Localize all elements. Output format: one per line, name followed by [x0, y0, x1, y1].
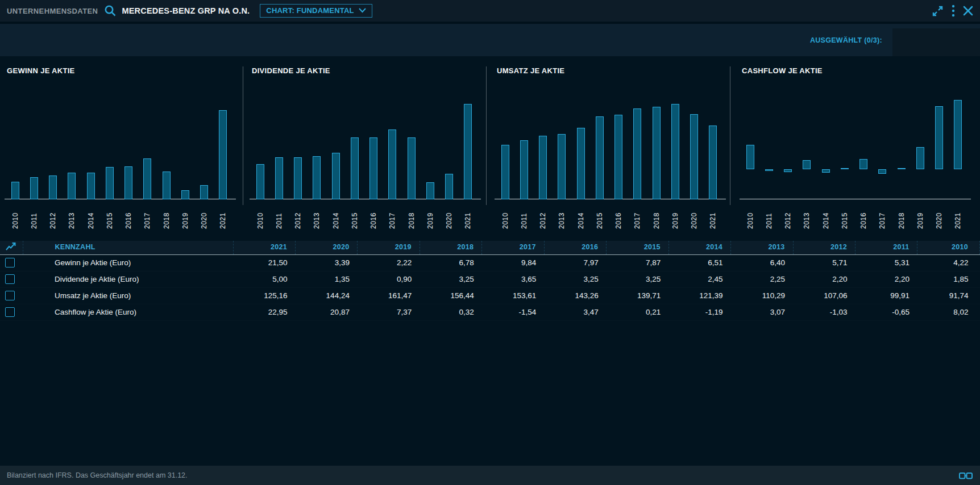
chart-bar	[30, 177, 38, 199]
year-column-header[interactable]: 2013	[731, 241, 793, 254]
metric-value: 161,47	[358, 287, 420, 304]
metric-value: -1,03	[793, 304, 855, 320]
year-column-header[interactable]: 2020	[295, 241, 357, 254]
footer-bar: Bilanziert nach IFRS. Das Geschäftsjahr …	[0, 466, 980, 485]
chart-title: CASHFLOW JE AKTIE	[742, 66, 823, 75]
table-row: Dividende je Aktie (Euro)5,001,350,903,2…	[0, 271, 980, 287]
chart-bar	[954, 100, 962, 169]
expand-button[interactable]	[932, 5, 944, 17]
empty-area	[0, 321, 980, 466]
metric-value: 2,22	[358, 254, 420, 271]
chart-x-tick: 2010	[256, 204, 264, 229]
year-column-header[interactable]: 2017	[482, 241, 544, 254]
year-column-header[interactable]: 2021	[233, 241, 295, 254]
chart-xlabels: 2010201120122013201420152016201720182019…	[735, 199, 980, 233]
metric-value: 99,91	[856, 287, 917, 304]
chart-bar	[671, 104, 679, 199]
top-bar-actions	[932, 5, 973, 17]
year-column-header[interactable]: 2018	[420, 241, 481, 254]
chart-bar	[163, 172, 171, 199]
selection-slot	[892, 28, 980, 56]
chart-x-tick: 2015	[596, 204, 604, 229]
row-checkbox[interactable]	[5, 307, 15, 317]
metric-value: 3,39	[295, 254, 357, 271]
chart-x-tick: 2016	[369, 204, 377, 229]
metric-value: 156,44	[420, 287, 481, 304]
metric-value: 7,97	[544, 254, 606, 271]
close-button[interactable]	[963, 6, 973, 16]
chart-toggle-header[interactable]	[0, 241, 23, 254]
chart-plot	[735, 77, 980, 199]
panel-divider	[730, 66, 730, 205]
chart-x-tick: 2015	[351, 204, 359, 229]
chart-xlabels: 2010201120122013201420152016201720182019…	[490, 199, 735, 233]
chart-xlabels: 2010201120122013201420152016201720182019…	[0, 199, 245, 233]
chart-x-tick: 2012	[784, 204, 792, 229]
panel-divider	[243, 66, 243, 205]
unternehmensdaten-widget: UNTERNEHMENSDATEN MERCEDES-BENZ GRP NA O…	[0, 0, 980, 485]
metric-value: 5,71	[793, 254, 855, 271]
chart-plot	[490, 77, 735, 199]
metric-value: 144,24	[295, 287, 357, 304]
row-checkbox[interactable]	[5, 258, 15, 267]
chart-x-tick: 2016	[124, 204, 132, 229]
more-menu-button[interactable]	[952, 5, 955, 17]
chart-x-tick: 2016	[859, 204, 867, 229]
chart-x-tick: 2010	[11, 204, 19, 229]
chart-plot	[245, 77, 490, 199]
row-checkbox[interactable]	[5, 291, 15, 300]
search-button[interactable]	[103, 4, 117, 18]
row-checkbox[interactable]	[5, 274, 15, 284]
chart-bar	[596, 116, 604, 199]
chart-x-tick: 2017	[878, 204, 886, 229]
metric-value: 2,45	[668, 271, 730, 287]
metric-value: 121,39	[668, 287, 730, 304]
metric-value: -1,54	[482, 304, 544, 320]
year-column-header[interactable]: 2012	[793, 241, 855, 254]
chart-x-tick: 2015	[841, 204, 849, 229]
chart-bar	[614, 115, 622, 199]
year-column-header[interactable]: 2015	[607, 241, 668, 254]
chart-x-tick: 2013	[803, 204, 811, 229]
chart-panel: CASHFLOW JE AKTIE 2010201120122013201420…	[735, 56, 980, 236]
metric-column-header[interactable]: KENNZAHL	[23, 241, 233, 254]
close-icon	[963, 6, 973, 16]
chart-bar	[49, 175, 57, 199]
chart-x-tick: 2018	[653, 204, 661, 229]
metric-value: 0,32	[420, 304, 481, 320]
chart-bar	[68, 173, 76, 199]
chart-bar	[784, 169, 792, 172]
table-row: Cashflow je Aktie (Euro)22,9520,877,370,…	[0, 304, 980, 320]
metric-value: 1,85	[917, 271, 980, 287]
chart-x-tick: 2014	[822, 204, 830, 229]
year-column-header[interactable]: 2011	[856, 241, 917, 254]
chart-mode-dropdown[interactable]: CHART: FUNDAMENTAL	[260, 4, 372, 18]
chart-x-tick: 2017	[143, 204, 151, 229]
provider-logo-button[interactable]	[958, 471, 973, 480]
chart-bar	[332, 153, 340, 199]
metric-value: 4,22	[917, 254, 980, 271]
metric-label: Gewinn je Aktie (Euro)	[23, 254, 233, 271]
accounting-note: Bilanziert nach IFRS. Das Geschäftsjahr …	[7, 471, 188, 479]
year-column-header[interactable]: 2019	[358, 241, 420, 254]
chart-bar	[256, 164, 264, 199]
chart-bar	[11, 182, 19, 199]
chart-bar	[219, 110, 227, 199]
metric-value: -0,65	[856, 304, 917, 320]
chart-bar	[275, 157, 283, 199]
year-column-header[interactable]: 2016	[544, 241, 606, 254]
chart-x-tick: 2017	[388, 204, 396, 229]
chart-x-tick: 2021	[954, 204, 962, 229]
year-column-header[interactable]: 2014	[668, 241, 730, 254]
year-column-header[interactable]: 2010	[917, 241, 980, 254]
chevron-down-icon	[359, 8, 366, 13]
chart-x-tick: 2020	[445, 204, 453, 229]
top-bar: UNTERNEHMENSDATEN MERCEDES-BENZ GRP NA O…	[0, 0, 980, 22]
chart-bar	[822, 169, 830, 173]
chart-x-tick: 2020	[935, 204, 943, 229]
chart-x-tick: 2012	[294, 204, 302, 229]
metrics-table: KENNZAHL 2021202020192018201720162015201…	[0, 241, 980, 321]
line-chart-icon	[6, 241, 17, 251]
metric-value: 7,87	[607, 254, 668, 271]
chart-bar	[935, 106, 943, 169]
